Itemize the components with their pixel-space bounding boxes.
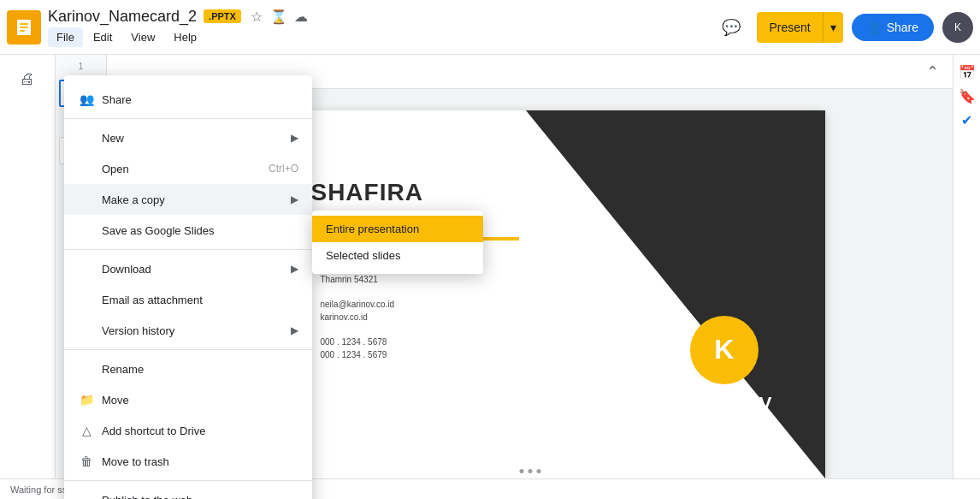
brand-sub: WEB SERVICES (675, 417, 773, 427)
menu-item-rename[interactable]: Rename (64, 353, 312, 384)
brand-logo: K (690, 316, 759, 384)
share-icon: 👤 (867, 21, 882, 34)
menu-item-share[interactable]: 👥 Share (64, 84, 312, 115)
menu-shortcut-label: Add shortcut to Drive (102, 425, 298, 437)
menu-section-file: New ▶ Open Ctrl+O Make a copy ▶ Save as … (64, 119, 312, 250)
slide-canvas[interactable]: A SHAFIRA DESIGNER 📍 777 The Plaza, Tham… (235, 110, 825, 478)
menu-download-label: Download (102, 263, 291, 276)
version-arrow-icon: ▶ (291, 324, 298, 336)
doc-title-area: Karinov_Namecard_2 .PPTX ☆ ⌛ ☁ File Edit… (48, 8, 714, 47)
dot-1 (519, 469, 523, 473)
page-dots (519, 469, 540, 473)
menu-trash-label: Move to trash (102, 455, 298, 468)
check-icon[interactable]: ✔ (957, 110, 977, 130)
svg-rect-2 (20, 27, 28, 28)
dot-2 (528, 469, 532, 473)
menu-new-label: New (102, 132, 291, 145)
app-icon[interactable] (7, 10, 41, 45)
drive-icon: △ (78, 424, 95, 437)
menu-item-new[interactable]: New ▶ (64, 122, 312, 153)
menu-item-version-history[interactable]: Version history ▶ (64, 315, 312, 346)
collapse-icon[interactable]: ⌃ (923, 59, 942, 85)
history-icon[interactable]: ⌛ (270, 8, 287, 25)
top-bar: Karinov_Namecard_2 .PPTX ☆ ⌛ ☁ File Edit… (0, 0, 980, 55)
file-menu: 👥 Share New ▶ Open Ctrl+O Make a copy ▶ … (64, 75, 312, 499)
menu-help[interactable]: Help (165, 27, 205, 47)
make-copy-submenu: Entire presentation Selected slides (312, 211, 483, 274)
menu-publish-label: Publish to the web (102, 494, 298, 500)
menu-section-manage: Rename 📁 Move △ Add shortcut to Drive 🗑 … (64, 350, 312, 481)
menu-item-add-shortcut[interactable]: △ Add shortcut to Drive (64, 415, 312, 446)
share-menu-icon: 👥 (78, 92, 95, 106)
svg-rect-3 (20, 30, 25, 32)
email-text: neila@karinov.co.id karinov.co.id (321, 298, 395, 324)
menu-share-label: Share (102, 93, 298, 106)
download-arrow-icon: ▶ (291, 263, 298, 275)
left-sidebar: 🖨 (0, 55, 56, 499)
dot-3 (536, 469, 540, 473)
selected-slides-label: Selected slides (326, 249, 400, 262)
menu-email-label: Email as attachment (102, 294, 298, 306)
chat-icon[interactable]: 💬 (714, 10, 748, 45)
menu-item-move[interactable]: 📁 Move (64, 384, 312, 415)
star-icon[interactable]: ☆ (248, 8, 265, 25)
menu-move-label: Move (102, 394, 298, 407)
menu-item-trash[interactable]: 🗑 Move to trash (64, 446, 312, 477)
menu-item-publish[interactable]: Publish to the web (64, 484, 312, 499)
slide-number-1: 1 (59, 62, 103, 71)
right-sidebar: 📅 🔖 ✔ (953, 55, 980, 499)
menu-version-label: Version history (102, 324, 291, 337)
menu-item-save-google[interactable]: Save as Google Slides (64, 215, 312, 246)
doc-badge: .PPTX (204, 9, 241, 23)
menu-section-publish: Publish to the web (64, 481, 312, 499)
brand-name: KARINOV (675, 393, 773, 415)
submenu-selected-slides[interactable]: Selected slides (312, 242, 483, 269)
calendar-icon[interactable]: 📅 (957, 62, 977, 82)
new-arrow-icon: ▶ (291, 132, 298, 144)
cloud-icon[interactable]: ☁ (292, 8, 310, 25)
menu-file[interactable]: File (48, 27, 83, 47)
menu-rename-label: Rename (102, 363, 298, 376)
svg-rect-1 (20, 23, 28, 25)
copy-arrow-icon: ▶ (291, 193, 298, 205)
menu-item-open[interactable]: Open Ctrl+O (64, 153, 312, 184)
present-label: Present (757, 12, 823, 43)
folder-icon: 📁 (78, 393, 95, 407)
menu-save-label: Save as Google Slides (102, 224, 298, 237)
share-button[interactable]: 👤 Share (852, 14, 934, 41)
menu-make-copy-label: Make a copy (102, 193, 291, 206)
menu-edit[interactable]: Edit (85, 27, 121, 47)
bookmark-icon[interactable]: 🔖 (957, 86, 977, 106)
present-button[interactable]: Present ▾ (757, 12, 842, 43)
trash-icon: 🗑 (78, 454, 95, 468)
share-label: Share (887, 21, 918, 34)
menu-open-label: Open (102, 163, 269, 175)
menu-section-export: Download ▶ Email as attachment Version h… (64, 250, 312, 350)
open-shortcut: Ctrl+O (269, 163, 298, 175)
phone-text: 000 . 1234 . 5678 000 . 1234 . 5679 (321, 336, 387, 361)
menu-bar: File Edit View Help (48, 27, 714, 47)
print-icon[interactable]: 🖨 (10, 62, 44, 96)
slide-brand: K KARINOV WEB SERVICES (675, 316, 773, 427)
menu-view[interactable]: View (122, 27, 163, 47)
entire-presentation-label: Entire presentation (326, 223, 419, 235)
doc-title[interactable]: Karinov_Namecard_2 (48, 8, 197, 26)
menu-item-download[interactable]: Download ▶ (64, 253, 312, 284)
user-avatar[interactable]: K (942, 12, 973, 43)
menu-item-make-copy[interactable]: Make a copy ▶ (64, 184, 312, 215)
submenu-entire-presentation[interactable]: Entire presentation (312, 216, 483, 242)
present-dropdown-arrow[interactable]: ▾ (824, 12, 843, 43)
menu-item-email[interactable]: Email as attachment (64, 284, 312, 315)
menu-section-share: 👥 Share (64, 80, 312, 119)
top-bar-right: 💬 Present ▾ 👤 Share K (714, 10, 973, 45)
